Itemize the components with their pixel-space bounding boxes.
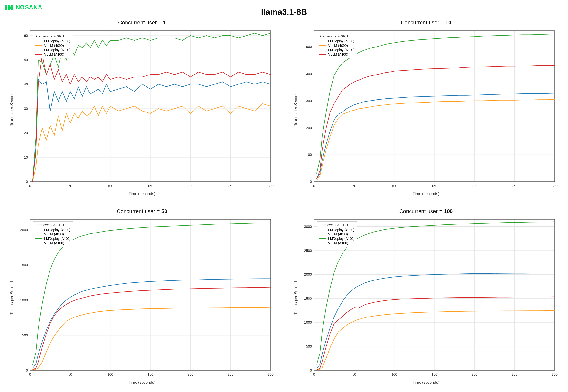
legend-item-lmdeploy_a100: LMDeploy (A100) [35, 237, 71, 240]
svg-text:0: 0 [310, 180, 312, 183]
legend-swatch-icon [35, 50, 42, 50]
svg-text:20: 20 [24, 131, 28, 135]
svg-text:400: 400 [306, 72, 312, 76]
series-lmdeploy_4090 [317, 273, 554, 368]
legend-swatch-icon [35, 234, 42, 235]
y-axis-label: Tokens per Second [294, 217, 298, 379]
legend-swatch-icon [35, 230, 42, 230]
legend-item-vllm_4090: VLLM (4090) [319, 232, 355, 236]
legend-label: VLLM (A100) [44, 241, 64, 245]
svg-text:3000: 3000 [304, 225, 312, 229]
series-lmdeploy_4090 [317, 93, 554, 179]
series-vllm_a100 [317, 297, 554, 370]
y-axis-label: Tokens per Second [294, 28, 298, 190]
svg-text:0: 0 [26, 180, 28, 183]
chart-subtitle: Concurrent user = 1 [10, 19, 274, 26]
svg-text:150: 150 [148, 373, 153, 377]
legend-swatch-icon [35, 45, 42, 46]
svg-text:200: 200 [306, 126, 312, 130]
svg-text:0: 0 [313, 184, 315, 188]
legend-label: LMDeploy (A100) [328, 237, 355, 240]
legend-label: VLLM (A100) [44, 52, 64, 56]
legend-label: LMDeploy (4090) [328, 39, 354, 43]
chart-subtitle: Concurrent user = 50 [10, 208, 274, 214]
svg-text:100: 100 [391, 373, 397, 377]
legend-label: LMDeploy (4090) [44, 228, 70, 232]
svg-text:0: 0 [310, 368, 312, 372]
svg-text:50: 50 [353, 373, 356, 377]
legend-swatch-icon [319, 54, 326, 55]
y-axis-label: Tokens per Second [10, 217, 14, 379]
svg-text:500: 500 [306, 45, 312, 49]
legend-swatch-icon [35, 243, 42, 243]
plot-area: 0500100015002000250030000501001502002503… [299, 217, 558, 379]
chart-legend: Framework & GPULMDeploy (4090)VLLM (4090… [317, 33, 357, 58]
svg-text:50: 50 [24, 58, 28, 62]
legend-swatch-icon [319, 230, 326, 230]
legend-item-vllm_4090: VLLM (4090) [35, 232, 71, 236]
legend-item-vllm_a100: VLLM (A100) [319, 52, 355, 56]
legend-item-vllm_4090: VLLM (4090) [35, 43, 71, 47]
svg-text:200: 200 [188, 184, 194, 188]
svg-text:1500: 1500 [20, 263, 28, 267]
svg-text:250: 250 [228, 184, 234, 188]
plot-area: 0102030405060050100150200250300Framework… [15, 28, 274, 190]
svg-text:200: 200 [472, 373, 478, 377]
svg-text:50: 50 [69, 373, 72, 377]
svg-text:150: 150 [148, 184, 153, 188]
page-title: llama3.1-8B [261, 7, 307, 17]
series-vllm_4090 [317, 311, 554, 370]
plot-area: 0100200300400500050100150200250300Framew… [299, 28, 558, 190]
series-vllm_4090 [33, 104, 270, 182]
legend-swatch-icon [35, 54, 42, 55]
series-vllm_a100 [33, 287, 270, 370]
x-axis-label: Time (seconds) [10, 380, 274, 385]
legend-title: Framework & GPU [319, 223, 355, 227]
legend-label: VLLM (4090) [328, 232, 348, 236]
plot-wrap: Tokens per Second01020304050600501001502… [10, 28, 274, 190]
x-axis-label: Time (seconds) [10, 192, 274, 196]
svg-text:300: 300 [552, 373, 557, 377]
legend-swatch-icon [319, 50, 326, 50]
legend-swatch-icon [35, 238, 42, 239]
legend-item-vllm_a100: VLLM (A100) [35, 241, 71, 245]
svg-text:0: 0 [29, 184, 31, 188]
legend-item-lmdeploy_a100: LMDeploy (A100) [35, 48, 71, 52]
legend-title: Framework & GPU [35, 223, 71, 227]
legend-label: VLLM (4090) [44, 232, 64, 236]
chart-subtitle: Concurrent user = 10 [294, 19, 558, 26]
legend-label: VLLM (A100) [328, 52, 348, 56]
legend-swatch-icon [319, 234, 326, 235]
series-lmdeploy_4090 [33, 279, 270, 368]
series-vllm_4090 [33, 307, 270, 370]
chart-panel-50: Concurrent user = 50Tokens per Second050… [10, 208, 274, 385]
plot-wrap: Tokens per Second05001000150020002500300… [294, 217, 558, 379]
chart-legend: Framework & GPULMDeploy (4090)VLLM (4090… [317, 221, 357, 247]
legend-item-vllm_4090: VLLM (4090) [319, 43, 355, 47]
legend-item-lmdeploy_a100: LMDeploy (A100) [319, 48, 355, 52]
y-axis-label: Tokens per Second [10, 28, 14, 190]
chart-panel-1: Concurrent user = 1Tokens per Second0102… [10, 19, 274, 196]
nosana-logo-icon [5, 4, 14, 11]
svg-text:0: 0 [26, 368, 28, 372]
svg-text:250: 250 [512, 184, 518, 188]
plot-wrap: Tokens per Second01002003004005000501001… [294, 28, 558, 190]
svg-text:1000: 1000 [304, 321, 312, 324]
chart-legend: Framework & GPULMDeploy (4090)VLLM (4090… [33, 221, 73, 247]
svg-text:250: 250 [512, 373, 518, 377]
plot-wrap: Tokens per Second05001000150020000501001… [10, 217, 274, 379]
svg-text:500: 500 [306, 345, 312, 349]
svg-text:2000: 2000 [304, 272, 312, 276]
svg-text:100: 100 [107, 184, 113, 188]
chart-panel-100: Concurrent user = 100Tokens per Second05… [294, 208, 558, 385]
legend-label: VLLM (4090) [328, 43, 348, 47]
svg-text:50: 50 [353, 184, 356, 188]
legend-label: LMDeploy (4090) [328, 228, 354, 232]
legend-item-lmdeploy_4090: LMDeploy (4090) [35, 39, 71, 43]
svg-text:250: 250 [228, 373, 234, 377]
svg-text:0: 0 [29, 373, 31, 377]
legend-item-vllm_a100: VLLM (A100) [35, 52, 71, 56]
legend-item-vllm_a100: VLLM (A100) [319, 241, 355, 245]
svg-text:200: 200 [472, 184, 478, 188]
svg-text:0: 0 [313, 373, 315, 377]
